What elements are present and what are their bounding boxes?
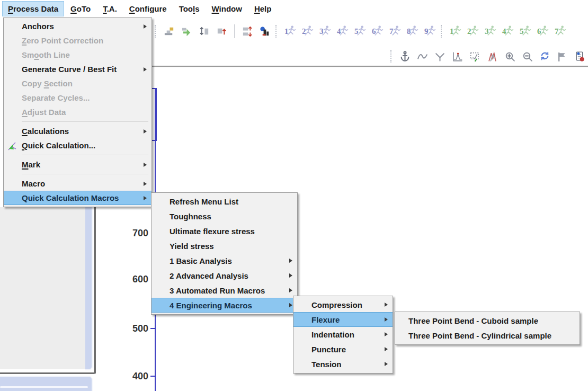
submenu-arrow-icon bbox=[385, 362, 388, 366]
menu-item-refresh-menu-list[interactable]: Refresh Menu List bbox=[152, 194, 297, 209]
run-macro-9-button[interactable]: 9 bbox=[423, 24, 436, 38]
menu-window[interactable]: Window bbox=[207, 2, 247, 16]
adjust-data-icon[interactable] bbox=[215, 25, 228, 38]
menu-item-three-point-bend-cuboid[interactable]: Three Point Bend - Cuboid sample bbox=[395, 313, 580, 328]
label: Yield stress bbox=[170, 242, 214, 251]
run-quick-macro-4-button[interactable]: 4 bbox=[501, 24, 514, 38]
menu-item-quick-calculation-macros[interactable]: Quick Calculation Macros bbox=[4, 191, 152, 205]
toolbar-main: 1 2 3 4 5 6 7 8 9 1 2 3 4 5 6 7 bbox=[155, 22, 567, 40]
menu-item-advanced-analysis[interactable]: 2 Advanced Analysis bbox=[152, 268, 297, 283]
zoom-out-icon[interactable] bbox=[521, 50, 534, 63]
toolbar-grip[interactable] bbox=[155, 25, 157, 38]
zero-point-icon[interactable] bbox=[198, 25, 211, 38]
toolbar-bottom-border bbox=[150, 66, 588, 67]
engineering-macros-menu: Compression Flexure Indentation Puncture… bbox=[293, 296, 393, 374]
run-quick-macro-6-button[interactable]: 6 bbox=[536, 24, 549, 38]
submenu-arrow-icon bbox=[144, 67, 147, 72]
menu-item-tension[interactable]: Tension bbox=[293, 357, 393, 371]
label: Flexure bbox=[311, 315, 340, 324]
label: Three Point Bend - Cuboid sample bbox=[408, 316, 538, 325]
menu-item-ultimate-flexure-stress[interactable]: Ultimate flexure stress bbox=[152, 224, 297, 238]
label: Window bbox=[212, 4, 242, 13]
label: Macro bbox=[22, 179, 45, 188]
report-icon[interactable] bbox=[573, 50, 586, 63]
menu-item-toughness[interactable]: Toughness bbox=[152, 209, 297, 224]
menu-tools[interactable]: Tools bbox=[174, 2, 205, 16]
drop-anchor-icon[interactable] bbox=[398, 50, 412, 63]
submenu-arrow-icon bbox=[385, 347, 388, 351]
label: Anchors bbox=[22, 22, 54, 31]
menu-item-smooth-line[interactable]: Smooth Line bbox=[4, 48, 152, 62]
label: Process Data bbox=[8, 4, 58, 13]
menu-goto[interactable]: GoTo bbox=[65, 2, 96, 16]
label: Compression bbox=[311, 300, 362, 309]
menu-item-three-point-bend-cylindrical[interactable]: Three Point Bend - Cylindrical sample bbox=[395, 328, 580, 343]
menu-item-anchors[interactable]: Anchors bbox=[4, 19, 152, 33]
menu-item-engineering-macros[interactable]: 4 Engineering Macros bbox=[152, 298, 297, 313]
flag-marker-icon[interactable] bbox=[556, 50, 569, 63]
menu-item-compression[interactable]: Compression bbox=[293, 297, 393, 312]
run-macro-3-button[interactable]: 3 bbox=[318, 24, 332, 38]
label: Help bbox=[254, 4, 272, 13]
menu-item-separate-cycles[interactable]: Separate Cycles... bbox=[4, 91, 152, 105]
toolbar-grip[interactable] bbox=[390, 50, 393, 63]
menu-item-zero-point-correction[interactable]: Zero Point Correction bbox=[4, 33, 152, 48]
separate-curves-icon[interactable] bbox=[433, 50, 447, 63]
menu-item-mark[interactable]: Mark bbox=[4, 157, 152, 172]
label: Toughness bbox=[170, 212, 211, 221]
quick-calculation-icon[interactable] bbox=[258, 25, 271, 38]
run-macro-4-button[interactable]: 4 bbox=[336, 24, 349, 38]
menu-item-yield-stress[interactable]: Yield stress bbox=[152, 238, 297, 253]
menu-item-generate-curve-best-fit[interactable]: Generate Curve / Best Fit bbox=[4, 62, 152, 76]
quick-calculation-icon bbox=[7, 140, 17, 151]
run-macro-2-button[interactable]: 2 bbox=[301, 24, 314, 38]
zoom-in-icon[interactable] bbox=[503, 50, 516, 63]
menu-item-calculations[interactable]: Calculations bbox=[4, 124, 152, 138]
menu-separator bbox=[22, 155, 148, 155]
menu-item-macro[interactable]: Macro bbox=[4, 176, 152, 191]
run-macro-6-button[interactable]: 6 bbox=[371, 24, 384, 38]
anchor-set-icon[interactable] bbox=[163, 25, 176, 38]
menu-process-data[interactable]: Process Data bbox=[3, 2, 64, 16]
run-macro-5-button[interactable]: 5 bbox=[353, 24, 367, 38]
run-quick-macro-7-button[interactable]: 7 bbox=[554, 24, 567, 38]
label: 3 Automated Run Macros bbox=[170, 286, 265, 295]
anchor-accept-icon[interactable] bbox=[180, 25, 193, 38]
refresh-graph-icon[interactable] bbox=[538, 50, 551, 63]
label: GoTo bbox=[70, 4, 91, 13]
overlay-curves-icon[interactable] bbox=[486, 50, 499, 63]
run-quick-macro-1-button[interactable]: 1 bbox=[449, 24, 462, 38]
run-macro-7-button[interactable]: 7 bbox=[388, 24, 402, 38]
menu-item-adjust-data[interactable]: Adjust Data bbox=[4, 105, 152, 119]
menu-item-flexure[interactable]: Flexure bbox=[293, 312, 393, 327]
run-macro-8-button[interactable]: 8 bbox=[406, 24, 419, 38]
menu-item-indentation[interactable]: Indentation bbox=[293, 327, 393, 342]
menu-item-automated-run-macros[interactable]: 3 Automated Run Macros bbox=[152, 283, 297, 298]
label: T.A. bbox=[103, 4, 117, 13]
run-quick-macro-2-button[interactable]: 2 bbox=[466, 24, 479, 38]
submenu-arrow-icon bbox=[144, 24, 147, 29]
toolbar-grip[interactable] bbox=[275, 25, 278, 38]
toolbar-grip[interactable] bbox=[441, 25, 443, 38]
separate-cycles-icon[interactable] bbox=[240, 25, 254, 38]
run-quick-macro-5-button[interactable]: 5 bbox=[519, 24, 532, 38]
label: Adjust Data bbox=[22, 108, 66, 117]
run-quick-macro-3-button[interactable]: 3 bbox=[484, 24, 497, 38]
menu-item-puncture[interactable]: Puncture bbox=[293, 342, 393, 357]
menu-item-copy-section[interactable]: Copy Section bbox=[4, 76, 152, 91]
menu-help[interactable]: Help bbox=[249, 2, 277, 16]
menu-ta[interactable]: T.A. bbox=[97, 2, 122, 16]
menu-configure[interactable]: Configure bbox=[124, 2, 172, 16]
submenu-arrow-icon bbox=[385, 332, 388, 336]
left-panel-border bbox=[85, 207, 93, 370]
flexure-menu: Three Point Bend - Cuboid sample Three P… bbox=[395, 312, 580, 345]
y-axis-tick bbox=[150, 376, 155, 377]
label: Tools bbox=[179, 4, 200, 13]
peak-detect-icon[interactable] bbox=[451, 50, 464, 63]
menu-item-quick-calculation[interactable]: Quick Calculation... bbox=[4, 138, 152, 153]
menu-item-basic-analysis[interactable]: 1 Basic Analysis bbox=[152, 253, 297, 268]
select-section-icon[interactable] bbox=[468, 50, 482, 63]
submenu-arrow-icon bbox=[289, 273, 292, 278]
run-macro-1-button[interactable]: 1 bbox=[283, 24, 297, 38]
smooth-line-icon[interactable] bbox=[416, 50, 429, 63]
